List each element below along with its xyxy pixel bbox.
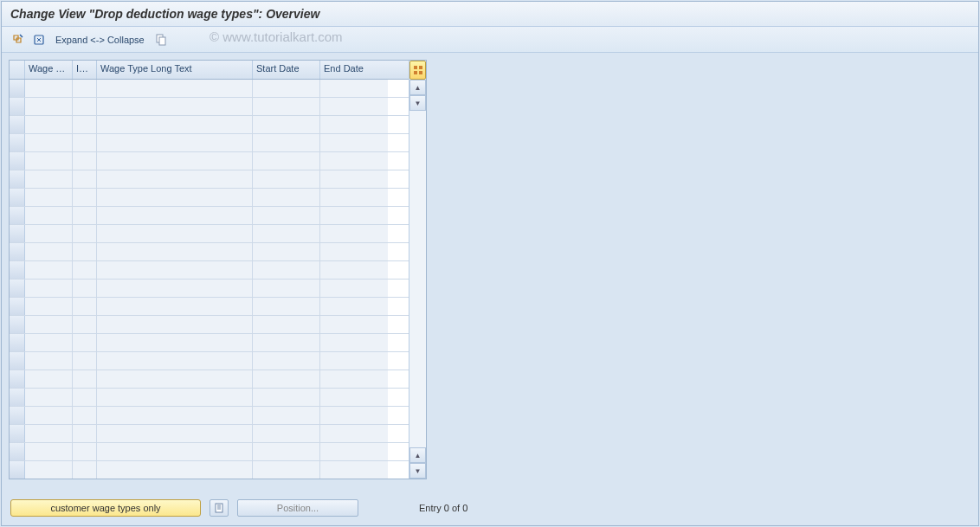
cell-wage-long[interactable]	[97, 98, 253, 115]
row-selector[interactable]	[10, 134, 25, 151]
cell-infotype[interactable]	[73, 134, 97, 151]
table-row[interactable]	[10, 389, 409, 407]
cell-end-date[interactable]	[320, 316, 388, 333]
cell-start-date[interactable]	[253, 389, 320, 406]
cell-wage-type[interactable]	[25, 298, 73, 315]
cell-wage-long[interactable]	[97, 352, 253, 370]
table-row[interactable]	[10, 134, 409, 152]
row-selector[interactable]	[10, 80, 25, 97]
cell-infotype[interactable]	[73, 461, 97, 479]
table-row[interactable]	[10, 425, 409, 443]
cell-wage-long[interactable]	[97, 152, 253, 170]
row-selector[interactable]	[10, 334, 25, 351]
cell-wage-type[interactable]	[25, 80, 73, 97]
cell-end-date[interactable]	[320, 370, 388, 388]
scroll-track[interactable]	[409, 111, 426, 447]
table-row[interactable]	[10, 261, 409, 280]
cell-end-date[interactable]	[320, 461, 388, 479]
row-selector[interactable]	[10, 152, 25, 170]
row-selector[interactable]	[10, 280, 25, 297]
cell-infotype[interactable]	[73, 443, 97, 460]
row-selector[interactable]	[10, 425, 25, 442]
position-button[interactable]: Position...	[237, 499, 358, 517]
cell-start-date[interactable]	[253, 243, 320, 260]
row-selector[interactable]	[10, 370, 25, 388]
cell-end-date[interactable]	[320, 425, 388, 442]
cell-wage-long[interactable]	[97, 316, 253, 333]
cell-wage-long[interactable]	[97, 389, 253, 406]
cell-wage-long[interactable]	[97, 298, 253, 315]
cell-infotype[interactable]	[73, 243, 97, 260]
cell-start-date[interactable]	[253, 261, 320, 279]
column-header-wage-long[interactable]: Wage Type Long Text	[97, 61, 253, 79]
cell-wage-type[interactable]	[25, 152, 73, 170]
position-icon-button[interactable]	[210, 499, 229, 517]
table-row[interactable]	[10, 370, 409, 389]
cell-end-date[interactable]	[320, 334, 388, 351]
row-selector[interactable]	[10, 407, 25, 424]
cell-wage-long[interactable]	[97, 225, 253, 242]
cell-start-date[interactable]	[253, 334, 320, 351]
table-row[interactable]	[10, 98, 409, 116]
cell-start-date[interactable]	[253, 225, 320, 242]
cell-wage-long[interactable]	[97, 370, 253, 388]
copy-icon[interactable]	[153, 32, 169, 48]
cell-start-date[interactable]	[253, 443, 320, 460]
cell-wage-long[interactable]	[97, 207, 253, 224]
cell-end-date[interactable]	[320, 225, 388, 242]
scroll-up-button-2[interactable]: ▼	[409, 95, 426, 111]
cell-wage-type[interactable]	[25, 280, 73, 297]
cell-wage-long[interactable]	[97, 443, 253, 460]
cell-wage-type[interactable]	[25, 352, 73, 370]
cell-infotype[interactable]	[73, 407, 97, 424]
cell-infotype[interactable]	[73, 189, 97, 206]
cell-infotype[interactable]	[73, 316, 97, 333]
cell-infotype[interactable]	[73, 261, 97, 279]
row-selector[interactable]	[10, 189, 25, 206]
cell-end-date[interactable]	[320, 80, 388, 97]
cell-start-date[interactable]	[253, 370, 320, 388]
scroll-up-button[interactable]: ▲	[409, 80, 426, 95]
row-selector[interactable]	[10, 316, 25, 333]
cell-start-date[interactable]	[253, 207, 320, 224]
cell-start-date[interactable]	[253, 98, 320, 115]
cell-wage-long[interactable]	[97, 80, 253, 97]
other-view-icon[interactable]	[10, 32, 26, 48]
table-settings-button[interactable]	[409, 61, 426, 80]
cell-infotype[interactable]	[73, 298, 97, 315]
cell-wage-long[interactable]	[97, 261, 253, 279]
table-row[interactable]	[10, 298, 409, 316]
delimit-icon[interactable]	[31, 32, 47, 48]
cell-infotype[interactable]	[73, 280, 97, 297]
cell-wage-long[interactable]	[97, 407, 253, 424]
cell-end-date[interactable]	[320, 152, 388, 170]
cell-infotype[interactable]	[73, 152, 97, 170]
table-row[interactable]	[10, 170, 409, 189]
row-selector[interactable]	[10, 116, 25, 133]
cell-wage-type[interactable]	[25, 389, 73, 406]
row-selector[interactable]	[10, 225, 25, 242]
cell-wage-type[interactable]	[25, 316, 73, 333]
cell-wage-type[interactable]	[25, 98, 73, 115]
cell-start-date[interactable]	[253, 461, 320, 479]
row-selector[interactable]	[10, 461, 25, 479]
cell-wage-long[interactable]	[97, 280, 253, 297]
cell-wage-long[interactable]	[97, 243, 253, 260]
table-row[interactable]	[10, 407, 409, 425]
cell-wage-long[interactable]	[97, 134, 253, 151]
row-selector[interactable]	[10, 389, 25, 406]
row-selector[interactable]	[10, 298, 25, 315]
cell-start-date[interactable]	[253, 407, 320, 424]
cell-infotype[interactable]	[73, 80, 97, 97]
cell-wage-type[interactable]	[25, 134, 73, 151]
customer-wage-types-button[interactable]: customer wage types only	[10, 499, 201, 517]
table-row[interactable]	[10, 334, 409, 352]
cell-end-date[interactable]	[320, 280, 388, 297]
table-row[interactable]	[10, 116, 409, 134]
table-row[interactable]	[10, 80, 409, 98]
row-selector[interactable]	[10, 170, 25, 188]
cell-start-date[interactable]	[253, 170, 320, 188]
cell-wage-type[interactable]	[25, 407, 73, 424]
table-row[interactable]	[10, 189, 409, 207]
cell-wage-type[interactable]	[25, 243, 73, 260]
